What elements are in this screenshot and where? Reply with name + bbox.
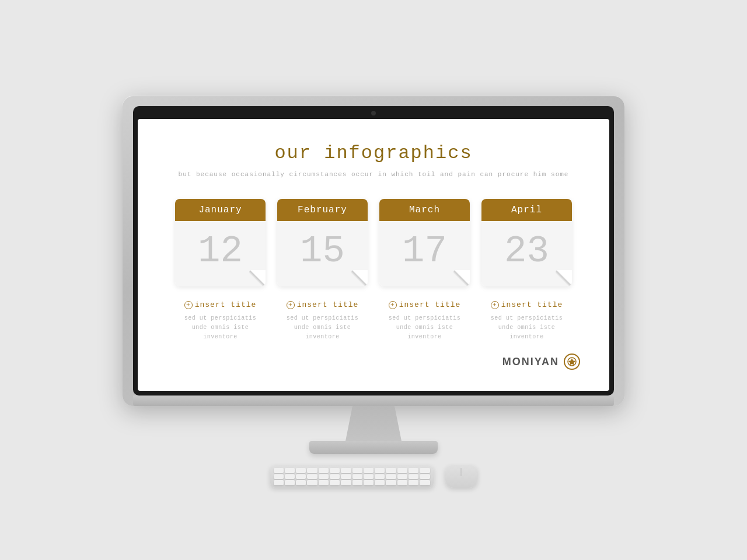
stand-neck: [338, 406, 409, 441]
info-item-0: + insert title sed ut perspiciatis unde …: [175, 300, 266, 342]
brand-row: MONIYAN: [167, 354, 580, 370]
key: [341, 468, 351, 473]
key: [330, 474, 340, 480]
stand-base: [309, 441, 438, 454]
key: [285, 474, 295, 480]
key: [341, 474, 351, 480]
key: [274, 480, 284, 485]
key: [397, 480, 407, 485]
card-header-mar: March: [379, 199, 470, 221]
key: [296, 468, 306, 473]
monitor-bottom: [133, 396, 614, 406]
key: [364, 480, 374, 485]
key: [397, 468, 407, 473]
key: [420, 474, 430, 480]
key: [397, 474, 407, 480]
key: [296, 480, 306, 485]
key: [307, 474, 317, 480]
monitor: our infographics but because occasionall…: [123, 96, 624, 406]
card-body-feb: 15: [277, 221, 368, 286]
calendar-card-apr: April 23: [481, 199, 572, 286]
key: [274, 468, 284, 473]
key: [420, 480, 430, 485]
info-title-1: + insert title: [277, 300, 368, 309]
calendar-card-mar: March 17: [379, 199, 470, 286]
keyboard: [270, 466, 434, 488]
card-body-jan: 12: [175, 221, 266, 286]
info-desc-1: sed ut perspiciatis unde omnis iste inve…: [277, 314, 368, 342]
card-header-apr: April: [481, 199, 572, 221]
key: [319, 474, 329, 480]
key: [409, 468, 418, 473]
key: [409, 480, 418, 485]
info-desc-0: sed ut perspiciatis unde omnis iste inve…: [175, 314, 266, 342]
plus-icon-0: +: [184, 301, 193, 309]
card-header-feb: February: [277, 199, 368, 221]
key: [364, 474, 374, 480]
camera-dot: [371, 111, 376, 116]
key: [341, 480, 351, 485]
key: [386, 474, 396, 480]
brand-name: MONIYAN: [502, 356, 559, 368]
key: [285, 480, 295, 485]
key: [375, 480, 385, 485]
info-desc-3: sed ut perspiciatis unde omnis iste inve…: [481, 314, 572, 342]
info-item-3: + insert title sed ut perspiciatis unde …: [481, 300, 572, 342]
key: [285, 468, 295, 473]
key: [307, 480, 317, 485]
plus-icon-2: +: [389, 301, 397, 309]
key: [375, 468, 385, 473]
plus-icon-3: +: [491, 301, 499, 309]
key: [386, 480, 396, 485]
monitor-bezel: our infographics but because occasionall…: [133, 106, 614, 396]
card-body-apr: 23: [481, 221, 572, 286]
card-day-apr: 23: [487, 233, 566, 270]
key: [386, 468, 396, 473]
info-item-2: + insert title sed ut perspiciatis unde …: [379, 300, 470, 342]
page-title: our infographics: [167, 142, 580, 164]
card-header-jan: January: [175, 199, 266, 221]
info-desc-2: sed ut perspiciatis unde omnis iste inve…: [379, 314, 470, 342]
key: [296, 474, 306, 480]
calendar-card-feb: February 15: [277, 199, 368, 286]
info-title-0: + insert title: [175, 300, 266, 309]
key: [307, 468, 317, 473]
key: [319, 468, 329, 473]
calendar-card-jan: January 12: [175, 199, 266, 286]
info-item-1: + insert title sed ut perspiciatis unde …: [277, 300, 368, 342]
key: [319, 480, 329, 485]
card-day-mar: 17: [385, 233, 464, 270]
info-row: + insert title sed ut perspiciatis unde …: [167, 300, 580, 342]
card-day-jan: 12: [181, 233, 260, 270]
mouse: [445, 466, 477, 488]
key: [375, 474, 385, 480]
screen: our infographics but because occasionall…: [138, 119, 609, 391]
key: [352, 480, 362, 485]
brand-icon: [564, 354, 580, 370]
key: [274, 474, 284, 480]
card-day-feb: 15: [283, 233, 362, 270]
peripherals: [270, 466, 477, 488]
scene: our infographics but because occasionall…: [0, 72, 747, 488]
key: [330, 468, 340, 473]
info-title-2: + insert title: [379, 300, 470, 309]
key: [352, 468, 362, 473]
plus-icon-1: +: [287, 301, 295, 309]
key: [330, 480, 340, 485]
cards-row: January 12 February 15 March: [167, 199, 580, 286]
key: [352, 474, 362, 480]
page-subtitle: but because occasionally circumstances o…: [167, 171, 580, 178]
key: [420, 468, 430, 473]
key: [364, 468, 374, 473]
key: [409, 474, 418, 480]
card-body-mar: 17: [379, 221, 470, 286]
info-title-3: + insert title: [481, 300, 572, 309]
